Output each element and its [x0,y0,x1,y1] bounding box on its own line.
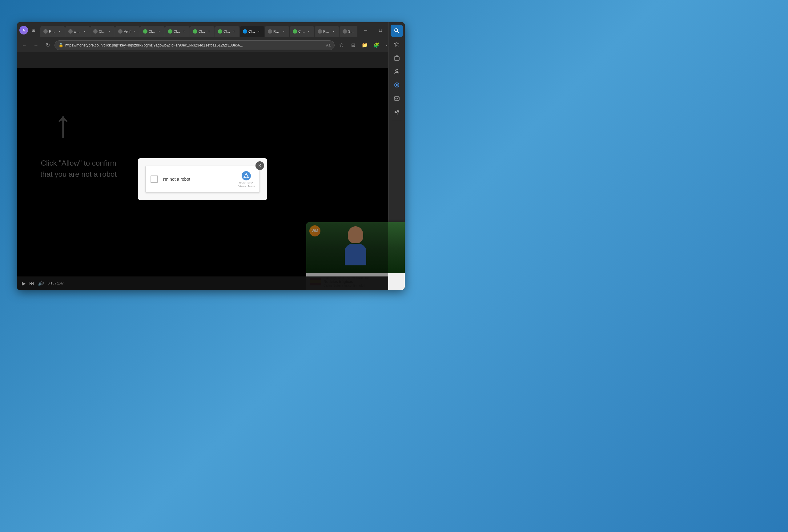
tab-label-4: Verif [124,29,131,33]
outlook-icon [394,95,400,102]
sidebar-divider [392,121,402,121]
tab-label-10: Rep: [273,29,280,33]
tab-label-5: Click [149,29,155,33]
sidebar-telegram-button[interactable] [391,106,403,118]
sidebar-favorites-button[interactable] [391,38,403,51]
split-screen-button[interactable]: ⊟ [348,40,358,50]
tab-13[interactable]: Secu × [339,26,357,37]
maximize-button[interactable]: □ [373,25,388,35]
tab-close-10[interactable]: × [281,29,286,34]
tab-favicon-4 [118,29,122,34]
tab-close-1[interactable]: × [57,29,62,34]
modal-close-button[interactable]: × [255,161,264,170]
svg-rect-10 [394,97,399,100]
tab-close-5[interactable]: × [157,29,162,34]
modal-overlay: × I'm not a robot reCAPTCHA Privacy [17,68,388,290]
tab-close-6[interactable]: × [182,29,186,34]
tab-close-4[interactable]: × [132,29,137,34]
person-icon [394,68,400,75]
privacy-link[interactable]: Privacy [238,185,245,188]
reload-button[interactable]: ↻ [43,40,53,50]
tab-9-active[interactable]: Click × [240,26,264,37]
svg-marker-4 [394,42,399,46]
sidebar-outlook-button[interactable] [391,92,403,105]
tab-close-12[interactable]: × [331,29,336,34]
tab-close-2[interactable]: × [82,29,87,34]
tab-8[interactable]: Click × [215,26,239,37]
sidebar-toggle-button[interactable]: ⊞ [29,26,38,35]
recaptcha-brand-text: reCAPTCHA [239,181,253,184]
tab-label-3: Click [99,29,105,33]
tag-icon [394,41,400,47]
address-bar-row: ← → ↻ 🔒 https://mohetypre.co.in/click.ph… [17,38,405,52]
profile-button[interactable]: A [19,26,28,35]
tab-12[interactable]: Rep: × [315,26,339,37]
sidebar-wallet-button[interactable] [391,52,403,64]
sidebar-search-button[interactable] [391,25,403,37]
tab-label-8: Click [223,29,230,33]
tab-5[interactable]: Click × [140,26,165,37]
tab-close-3[interactable]: × [107,29,112,34]
tab-label-12: Rep: [323,29,330,33]
favorites-button[interactable]: ☆ [336,40,346,50]
tab-label-2: www. [74,29,81,33]
tab-favicon-7 [193,29,197,34]
sidebar-profile-button[interactable] [391,65,403,78]
tab-favicon-2 [68,29,73,34]
svg-line-11 [396,112,398,113]
tab-favicon-6 [168,29,172,34]
tab-11[interactable]: Click × [290,26,314,37]
recaptcha-box: I'm not a robot reCAPTCHA Privacy · [145,165,260,193]
minimize-button[interactable]: ─ [359,25,373,35]
tab-close-13[interactable]: × [356,29,357,34]
tab-favicon-8 [218,29,222,34]
recaptcha-links: Privacy · Terms [238,185,255,188]
tab-label-11: Click [298,29,305,33]
tab-label-7: Click [199,29,205,33]
lock-icon: 🔒 [58,43,63,47]
captcha-label: I'm not a robot [163,177,233,182]
address-bar[interactable]: 🔒 https://mohetypre.co.in/click.php?key=… [55,40,335,50]
terms-link[interactable]: Terms [248,185,255,188]
tab-10[interactable]: Rep: × [265,26,289,37]
tab-3[interactable]: Click × [90,26,115,37]
search-icon [394,28,400,34]
tab-close-7[interactable]: × [206,29,212,34]
extensions-button[interactable]: 🧩 [372,40,381,50]
collections-button[interactable]: 📁 [360,40,370,50]
captcha-modal: × I'm not a robot reCAPTCHA Privacy [138,158,267,200]
svg-line-3 [397,32,399,33]
tab-label-1: Rep: [49,29,56,33]
svg-point-7 [396,69,398,72]
sidebar-copilot-button[interactable] [391,79,403,91]
tab-label-9: Click [249,29,255,33]
tab-close-8[interactable]: × [232,29,236,34]
tab-6[interactable]: Click × [165,26,190,37]
tab-favicon-1 [43,29,48,34]
copilot-icon [394,82,400,88]
tab-favicon-10 [268,29,272,34]
page-content: ↑ Click "Allow" to confirm that you are … [17,68,388,290]
tab-label-13: Secu [348,29,355,33]
tab-4[interactable]: Verif × [115,26,140,37]
back-button[interactable]: ← [19,40,29,50]
svg-rect-6 [396,56,398,57]
tab-close-11[interactable]: × [306,29,311,34]
svg-rect-5 [394,57,399,60]
tab-7[interactable]: Click × [190,26,215,37]
briefcase-icon [394,55,400,61]
telegram-icon [394,109,400,115]
tab-favicon-11 [293,29,297,34]
tab-label-6: Click [174,29,180,33]
title-bar: A ⊞ Rep: × www. × Click × Verif [17,22,405,38]
tab-1[interactable]: Rep: × [40,26,65,37]
tab-favicon-9 [243,29,247,34]
svg-point-9 [396,84,398,86]
recaptcha-logo-icon [241,171,251,181]
tab-favicon-3 [93,29,98,34]
svg-point-1 [245,175,248,178]
forward-button[interactable]: → [31,40,41,50]
tab-close-9[interactable]: × [256,29,261,34]
captcha-checkbox[interactable] [151,176,158,183]
tab-2[interactable]: www. × [65,26,90,37]
